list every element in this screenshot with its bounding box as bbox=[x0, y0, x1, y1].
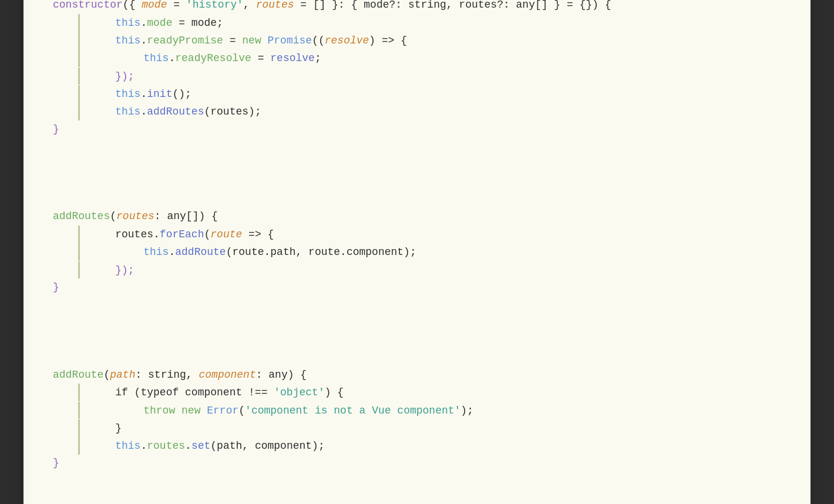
call-init: (); bbox=[172, 88, 191, 100]
paren-err-open: ( bbox=[238, 404, 245, 416]
close-foreach: }); bbox=[115, 264, 134, 275]
gutter-line-8 bbox=[78, 243, 80, 261]
assign-3: = bbox=[251, 52, 270, 64]
equals: = bbox=[167, 0, 186, 11]
semicolon-3: ; bbox=[315, 52, 321, 64]
this-keyword-3: this bbox=[143, 52, 169, 64]
space-3 bbox=[200, 404, 207, 416]
method-addRoute-call: addRoute bbox=[175, 246, 226, 258]
keyword-new: new bbox=[242, 35, 261, 46]
type-annotation: : any[]) { bbox=[154, 210, 218, 222]
paren-open: (( bbox=[312, 35, 325, 46]
assign-1: = mode; bbox=[172, 16, 223, 28]
string-object: 'object' bbox=[274, 387, 324, 398]
if-close: ) { bbox=[325, 387, 344, 398]
prop-readyResolve: readyResolve bbox=[175, 52, 251, 64]
class-promise: Promise bbox=[268, 35, 312, 46]
param-routes-2: routes bbox=[116, 210, 154, 222]
prop-mode: mode bbox=[147, 16, 172, 28]
arrow: ) => { bbox=[369, 35, 407, 46]
paren-open-3: ( bbox=[103, 369, 110, 381]
method-addRoutes: addRoutes bbox=[53, 210, 110, 222]
default-routes: = [] }: { mode?: string, routes?: any[] … bbox=[294, 0, 611, 11]
this-keyword-2: this bbox=[115, 35, 140, 46]
param-path: path bbox=[110, 369, 135, 381]
gutter-line-1 bbox=[78, 14, 80, 32]
close-if: } bbox=[115, 422, 122, 434]
addRoute-section: addRoute(path: string, component: any) {… bbox=[53, 349, 781, 472]
call-addRoute: (route.path, route.component); bbox=[226, 246, 416, 258]
constructor-section: constructor({ mode = 'history', routes =… bbox=[53, 0, 781, 138]
routes-var: routes. bbox=[115, 229, 160, 240]
method-addRoute: addRoute bbox=[53, 369, 103, 381]
foreach-paren: ( bbox=[204, 229, 210, 240]
dot-4: . bbox=[140, 88, 147, 100]
dot-8: . bbox=[185, 440, 191, 452]
dot-1: . bbox=[140, 16, 147, 28]
dot-7: . bbox=[140, 440, 147, 452]
method-forEach: forEach bbox=[160, 229, 204, 240]
close-promise: }); bbox=[115, 70, 134, 82]
call-addRoutes: (routes); bbox=[204, 106, 261, 117]
this-keyword-1: this bbox=[115, 16, 140, 28]
string-error-msg: 'component is not a Vue component' bbox=[245, 404, 460, 416]
type-any: : any) { bbox=[256, 369, 307, 381]
keyword-constructor: constructor bbox=[53, 0, 123, 11]
prop-routes: routes bbox=[147, 440, 185, 452]
prop-readyPromise: readyPromise bbox=[147, 35, 223, 46]
punctuation: ({ bbox=[123, 0, 142, 11]
gutter-line-7 bbox=[78, 226, 80, 243]
string-history: 'history' bbox=[186, 0, 243, 11]
gutter-line-3 bbox=[78, 49, 80, 67]
param-routes: routes bbox=[256, 0, 294, 11]
gutter-line-4 bbox=[78, 68, 80, 85]
type-string: : string, bbox=[135, 369, 199, 381]
method-addRoutes-call: addRoutes bbox=[147, 106, 204, 117]
gutter-line-9 bbox=[78, 261, 80, 279]
paren-open-2: ( bbox=[110, 210, 116, 222]
param-resolve: resolve bbox=[325, 35, 369, 46]
call-set: (path, component); bbox=[210, 440, 324, 452]
dot-6: . bbox=[169, 246, 175, 258]
dot-2: . bbox=[140, 35, 147, 46]
class-error: Error bbox=[207, 404, 238, 416]
code-container: constructor({ mode = 'history', routes =… bbox=[23, 0, 811, 504]
addRoutes-section: addRoutes(routes: any[]) { routes.forEac… bbox=[53, 191, 781, 297]
gutter-line-10 bbox=[78, 384, 80, 401]
comma: , bbox=[243, 0, 256, 11]
paren-err-close: ); bbox=[460, 404, 473, 416]
close-addRoute: } bbox=[53, 457, 59, 469]
param-component: component bbox=[199, 369, 255, 381]
gutter-line-13 bbox=[78, 437, 80, 455]
this-keyword-4: this bbox=[115, 88, 140, 100]
dot-5: . bbox=[140, 106, 147, 117]
space bbox=[261, 35, 268, 46]
this-keyword-5: this bbox=[115, 106, 140, 117]
method-init: init bbox=[147, 88, 172, 100]
gutter-line-12 bbox=[78, 419, 80, 437]
code-block: constructor({ mode = 'history', routes =… bbox=[53, 0, 781, 504]
val-resolve: resolve bbox=[270, 52, 315, 64]
gutter-line-6 bbox=[78, 103, 80, 120]
assign-2: = bbox=[223, 35, 242, 46]
gutter-line-5 bbox=[78, 85, 80, 103]
gutter-line-2 bbox=[78, 32, 80, 49]
param-mode: mode bbox=[142, 0, 167, 11]
arrow-2: => { bbox=[242, 229, 274, 240]
keyword-new-2: new bbox=[181, 404, 200, 416]
keyword-throw: throw bbox=[143, 404, 175, 416]
this-keyword-7: this bbox=[115, 440, 140, 452]
if-keyword: if (typeof component !== bbox=[115, 387, 274, 398]
method-set: set bbox=[191, 440, 210, 452]
gutter-line-11 bbox=[78, 402, 80, 419]
param-route: route bbox=[210, 229, 242, 240]
space-2 bbox=[175, 404, 181, 416]
close-constructor: } bbox=[53, 123, 59, 135]
close-addRoutes: } bbox=[53, 281, 59, 293]
dot-3: . bbox=[169, 52, 175, 64]
this-keyword-6: this bbox=[143, 246, 169, 258]
